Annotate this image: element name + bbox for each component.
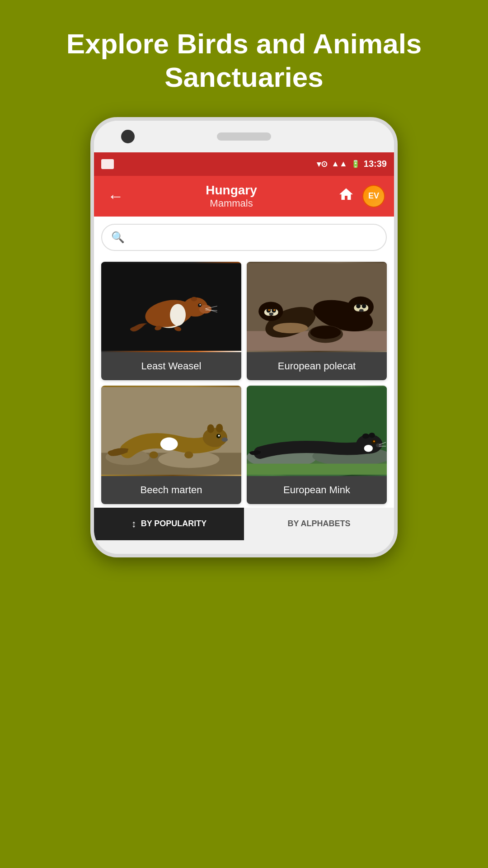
animal-card-beech-marten[interactable]: Beech marten (101, 386, 241, 504)
svg-point-54 (364, 445, 373, 452)
animal-card-european-mink[interactable]: European Mink (247, 386, 387, 504)
search-bar-container: 🔍 (94, 217, 394, 258)
svg-point-23 (268, 309, 270, 311)
animal-image-european-polecat (247, 262, 387, 352)
animal-grid: Least Weasel (94, 258, 394, 508)
svg-point-41 (207, 424, 214, 433)
svg-point-58 (369, 433, 375, 438)
app-bar-title: Hungary (128, 183, 334, 198)
battery-icon: 🔋 (351, 160, 360, 168)
phone-speaker (217, 132, 271, 141)
svg-point-32 (359, 309, 364, 312)
svg-point-30 (356, 304, 361, 308)
animal-image-least-weasel (101, 262, 241, 352)
svg-point-44 (218, 435, 220, 437)
svg-point-59 (376, 443, 382, 448)
home-button[interactable] (334, 183, 358, 210)
svg-point-24 (273, 309, 275, 311)
search-bar: 🔍 (101, 224, 387, 251)
app-bar: ← Hungary Mammals EV (94, 176, 394, 217)
search-icon: 🔍 (111, 231, 125, 244)
svg-point-7 (191, 297, 197, 302)
sort-bar: ↕ BY POPULARITY BY ALPHABETS (94, 508, 394, 540)
phone-shell: ▾⊙ ▲▲ 🔋 13:39 ← Hungary Mammals EV (90, 117, 398, 557)
page-title: Explore Birds and Animals Sanctuaries (30, 0, 458, 117)
phone-screen: ▾⊙ ▲▲ 🔋 13:39 ← Hungary Mammals EV (94, 152, 394, 540)
back-button[interactable]: ← (103, 182, 128, 210)
animal-image-beech-marten (101, 386, 241, 476)
status-bar: ▾⊙ ▲▲ 🔋 13:39 (94, 152, 394, 176)
sort-icon: ↕ (131, 518, 136, 530)
app-bar-subtitle: Mammals (128, 198, 334, 209)
status-app-icon (101, 159, 114, 169)
phone-camera (121, 130, 135, 143)
animal-image-european-mink (247, 386, 387, 476)
sort-by-popularity-button[interactable]: ↕ BY POPULARITY (94, 508, 244, 540)
search-input[interactable] (130, 231, 377, 243)
sort-alphabets-label: BY ALPHABETS (287, 519, 350, 528)
svg-point-25 (269, 312, 273, 315)
animal-label-european-mink: European Mink (247, 476, 387, 504)
svg-point-45 (221, 437, 228, 442)
animal-label-beech-marten: Beech marten (101, 476, 241, 504)
wifi-icon: ▾⊙ (317, 159, 328, 169)
signal-icon: ▲▲ (331, 159, 347, 169)
svg-point-31 (362, 304, 366, 308)
status-left (101, 159, 114, 169)
svg-point-39 (160, 437, 178, 450)
ev-badge[interactable]: EV (362, 185, 385, 208)
svg-point-17 (273, 323, 308, 333)
sort-popularity-label: BY POPULARITY (141, 519, 207, 528)
animal-label-least-weasel: Least Weasel (101, 352, 241, 380)
svg-point-56 (373, 440, 375, 442)
svg-rect-62 (247, 463, 387, 474)
app-bar-title-group: Hungary Mammals (128, 183, 334, 209)
phone-top-bar (94, 121, 394, 152)
svg-point-47 (150, 451, 158, 458)
phone-bottom-bar (94, 540, 394, 554)
animal-card-european-polecat[interactable]: European polecat (247, 262, 387, 380)
svg-point-10 (170, 304, 186, 326)
animal-card-least-weasel[interactable]: Least Weasel (101, 262, 241, 380)
svg-point-57 (362, 434, 370, 439)
svg-point-46 (184, 451, 193, 458)
svg-point-40 (203, 428, 227, 447)
svg-point-42 (216, 424, 223, 432)
status-right: ▾⊙ ▲▲ 🔋 13:39 (317, 159, 387, 169)
status-time: 13:39 (364, 159, 387, 169)
animal-label-european-polecat: European polecat (247, 352, 387, 380)
svg-point-34 (310, 326, 341, 339)
svg-point-6 (199, 304, 201, 305)
app-bar-actions: EV (334, 183, 385, 210)
sort-by-alphabets-button[interactable]: BY ALPHABETS (244, 508, 394, 540)
